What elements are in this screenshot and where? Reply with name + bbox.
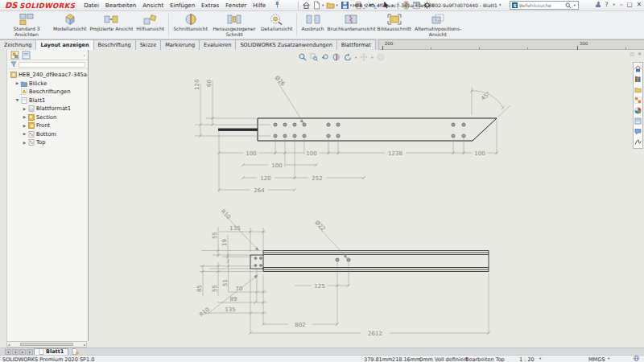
drawing-sheet[interactable]: .e{stroke:#1c1c1c;stroke-width:1;fill:no… <box>89 50 644 348</box>
maximize-button[interactable]: ▢ <box>627 1 633 8</box>
graphics-area[interactable]: .e{stroke:#1c1c1c;stroke-width:1;fill:no… <box>89 50 644 348</box>
tree-item-annotations[interactable]: A Beschriftungen <box>8 88 88 97</box>
add-sheet-button[interactable] <box>71 348 80 355</box>
help-caret[interactable]: ▾ <box>613 2 615 6</box>
tree-item-bottom-view[interactable]: ▶ Bottom <box>8 130 88 139</box>
dimension-2612[interactable]: 2612 <box>368 331 382 337</box>
feature-manager-tab-icon[interactable] <box>10 51 19 60</box>
tab-solidworks-zusatzanwendungen[interactable]: SOLIDWORKS Zusatzanwendungen <box>235 39 336 50</box>
model-view-button[interactable]: Modellansicht <box>52 12 88 38</box>
tree-item-section-view[interactable]: ▶ Section <box>8 113 88 122</box>
dimension-19[interactable]: 19 <box>221 239 228 246</box>
dropdown-caret[interactable]: ▾ <box>350 3 352 7</box>
dimension-120[interactable]: 120 <box>194 80 200 90</box>
dimension-60[interactable]: 60 <box>206 80 213 87</box>
dimension-135-bottom[interactable]: 135 <box>225 306 235 313</box>
tree-filter-input[interactable] <box>19 62 85 68</box>
tab-layout-anzeigen[interactable]: Layout anzeigen <box>35 39 93 50</box>
home-button[interactable] <box>301 1 312 10</box>
dropdown-caret[interactable]: ▾ <box>322 3 324 7</box>
tab-skizze[interactable]: Skizze <box>135 39 162 50</box>
dropdown-caret[interactable]: ▾ <box>336 3 337 7</box>
dimension-100-c[interactable]: 100 <box>474 150 485 157</box>
ruler-toggle-icon[interactable]: ◫ <box>630 51 634 56</box>
search-icon[interactable] <box>565 2 572 9</box>
projected-view-button[interactable]: Projizierte Ansicht <box>88 12 134 38</box>
tab-markierung[interactable]: Markierung <box>160 39 200 50</box>
file-explorer-icon[interactable] <box>634 86 642 93</box>
expand-arrow-icon[interactable]: ▶ <box>23 141 27 145</box>
units-caret-icon[interactable]: ▾ <box>608 356 609 360</box>
dimension-125[interactable]: 125 <box>314 283 324 290</box>
prev-sheet-button[interactable]: ◂ <box>12 349 19 355</box>
signature-icon[interactable] <box>634 138 642 146</box>
dimension-120-b[interactable]: 120 <box>260 175 270 182</box>
dimension-1238[interactable]: 1238 <box>388 150 402 157</box>
scroll-left-icon[interactable]: ◂ <box>8 343 10 347</box>
design-library-icon[interactable] <box>634 76 642 83</box>
panel-expand-chevron[interactable]: › <box>84 52 85 58</box>
lower-drawing-view[interactable]: R10 135 55 19 51 55 <box>196 208 490 337</box>
dimension-100-d[interactable]: 100 <box>271 162 282 169</box>
pan-icon[interactable] <box>360 53 368 61</box>
removed-section-button[interactable]: Herausgezogener Schnitt <box>209 12 259 38</box>
dimension-r10-top[interactable]: R10 <box>220 208 232 220</box>
previous-view-icon[interactable] <box>321 53 329 61</box>
scale-caret-icon[interactable]: ▾ <box>539 356 541 360</box>
zoom-to-area-icon[interactable] <box>310 53 318 61</box>
expand-arrow-icon[interactable]: ▶ <box>23 124 27 128</box>
hud-caret[interactable]: ▾ <box>355 56 357 60</box>
tree-root-item[interactable]: HEB_240_df9eaac7-345a-40e9-8802-9a9f <box>8 71 88 80</box>
standard-3-views-button[interactable]: Standard 3 Ansichten <box>2 12 52 38</box>
menu-fenster[interactable]: Fenster <box>222 2 250 10</box>
menu-extras[interactable]: Extras <box>198 2 222 10</box>
solidworks-forum-icon[interactable] <box>634 128 642 135</box>
dimension-55-top[interactable]: 55 <box>212 232 218 239</box>
dimension-55-bottom[interactable]: 55 <box>212 285 218 292</box>
section-view-button[interactable]: Schnittansicht <box>171 12 209 38</box>
custom-properties-icon[interactable] <box>634 117 642 125</box>
unit-system[interactable]: MMGS <box>588 356 605 362</box>
alternate-position-view-button[interactable]: Alternativpositions-Ansicht <box>413 12 463 38</box>
upper-drawing-view[interactable]: 120 60 Ø26 45° <box>194 75 511 194</box>
dimension-135-top[interactable]: 135 <box>229 225 240 232</box>
dimension-100-b[interactable]: 100 <box>306 150 316 157</box>
tags-globe-icon[interactable] <box>634 356 639 362</box>
menu-hilfe[interactable]: Hilfe <box>250 2 269 10</box>
appearance-icon[interactable] <box>377 53 385 61</box>
next-sheet-button[interactable]: ▸ <box>19 349 26 355</box>
property-manager-tab-icon[interactable] <box>22 51 31 60</box>
menu-bearbeiten[interactable]: Bearbeiten <box>102 2 139 10</box>
crop-view-button[interactable]: Bildausschnitt <box>376 12 413 38</box>
zoom-to-fit-icon[interactable] <box>299 53 307 61</box>
filter-icon[interactable] <box>10 61 17 68</box>
scrollbar-thumb[interactable] <box>20 343 73 346</box>
solidworks-resources-icon[interactable] <box>634 65 642 72</box>
section-view-hud-icon[interactable] <box>332 53 341 61</box>
dimension-51[interactable]: 51 <box>222 279 229 286</box>
tab-zeichnung[interactable]: Zeichnung <box>0 39 36 50</box>
first-sheet-button[interactable]: ◂ <box>5 349 11 355</box>
dimension-dia22[interactable]: Ø22 <box>314 220 327 232</box>
scroll-right-icon[interactable]: ▸ <box>84 343 85 347</box>
tree-item-sheet-format[interactable]: ▶ Blattformat1 <box>8 105 88 113</box>
menu-einfuegen[interactable]: Einfügen <box>167 2 198 10</box>
tree-item-sheet[interactable]: ▼ Blatt1 <box>8 97 88 105</box>
expand-arrow-icon[interactable]: ▶ <box>15 81 19 85</box>
close-button[interactable]: ✕ <box>637 1 642 8</box>
dimension-252[interactable]: 252 <box>312 175 322 182</box>
login-icon[interactable] <box>596 2 601 7</box>
search-dropdown-caret[interactable]: ▾ <box>574 3 576 7</box>
collapse-arrow-icon[interactable]: ▼ <box>15 98 19 102</box>
open-button[interactable]: ▾ <box>325 1 339 10</box>
close-ruler-icon[interactable]: ✕ <box>638 51 642 56</box>
tab-evaluieren[interactable]: Evaluieren <box>199 39 236 50</box>
expand-arrow-icon[interactable]: ▶ <box>23 107 27 111</box>
dimension-802[interactable]: 802 <box>295 322 305 328</box>
tree-item-top-view[interactable]: ▶ Top <box>8 138 88 147</box>
expand-arrow-icon[interactable]: ▶ <box>23 132 27 136</box>
auxiliary-view-button[interactable]: Hilfsansicht <box>134 12 166 38</box>
menu-ansicht[interactable]: Ansicht <box>139 2 167 10</box>
sheet-scale[interactable]: 1 : 20 <box>519 356 535 362</box>
detail-view-button[interactable]: Detailansicht <box>259 12 294 38</box>
